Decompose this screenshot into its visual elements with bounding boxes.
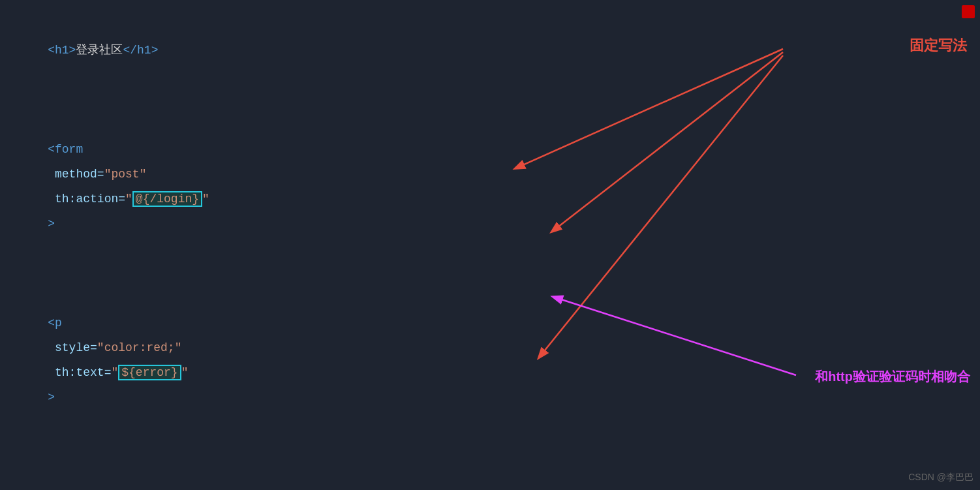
annotation-fixed: 固定写法	[910, 36, 967, 55]
favicon	[962, 5, 975, 18]
code-line-5: <!--提示信息-->	[20, 435, 698, 490]
annotation-http: 和http验证验证码时相吻合	[815, 368, 970, 386]
code-line-4: <p style="color:red;" th:text="${error}"…	[20, 261, 698, 435]
code-line-3: <form method="post" th:action="@{/login}…	[20, 112, 698, 261]
watermark: CSDN @李巴巴	[908, 472, 973, 483]
code-editor: <h1>登录社区</h1> <form method="post" th:act…	[0, 0, 718, 490]
code-line-2	[20, 87, 698, 112]
code-line-1: <h1>登录社区</h1>	[20, 13, 698, 87]
